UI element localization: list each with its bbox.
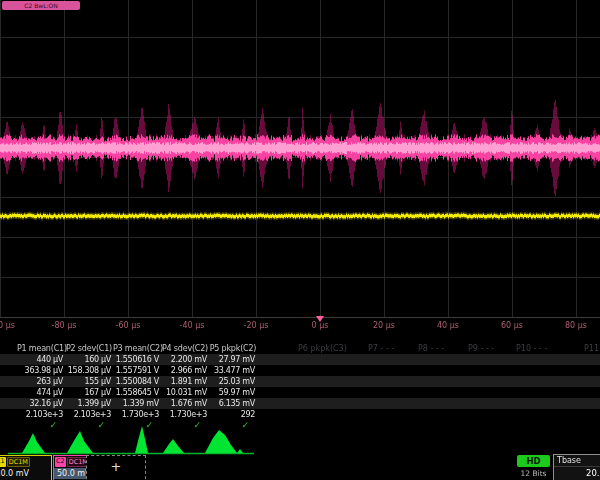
measurement-value: 2.200 mV xyxy=(161,354,209,365)
histicon-strip xyxy=(0,424,600,458)
time-axis-label: 20 µs xyxy=(373,321,395,330)
bandwidth-limit-badge: C2 BwL:ON xyxy=(2,1,80,10)
add-trace-button[interactable]: + xyxy=(86,455,146,480)
measurement-header-p11[interactable]: P11 xyxy=(584,343,599,354)
histicon-p2[interactable] xyxy=(67,431,93,453)
measurement-value: 1.557591 V xyxy=(113,365,161,376)
measure-stat-row: 2.103e+32.103e+31.730e+31.730e+3292 xyxy=(0,409,600,420)
hd-mode-badge[interactable]: HD xyxy=(517,455,550,467)
measurement-value: 167 µV xyxy=(65,387,113,398)
timebase-descriptor[interactable]: Tbase 20.0 µs/div xyxy=(553,454,600,480)
waveform-grid[interactable] xyxy=(0,0,600,322)
measurement-value: 1.550616 V xyxy=(113,354,161,365)
histicon-p1[interactable] xyxy=(22,433,45,453)
channel-descriptor-c1[interactable]: C1 DC1M 10.0 mV xyxy=(0,455,52,480)
measurement-value: 25.03 mV xyxy=(209,376,257,387)
measure-header-row: P1 mean(C1)P2 sdev(C1)P3 mean(C2)P4 sdev… xyxy=(0,343,600,354)
histicon-p5[interactable] xyxy=(205,430,243,453)
measurement-value: 2.103e+3 xyxy=(17,409,65,420)
measurement-value: 158.308 µV xyxy=(65,365,113,376)
measure-table-body: 440 µV160 µV1.550616 V2.200 mV27.97 mV36… xyxy=(0,354,600,420)
time-axis-label: 60 µs xyxy=(501,321,523,330)
time-axis: -100 µs-80 µs-60 µs-40 µs-20 µs0 µs20 µs… xyxy=(0,321,600,333)
measurement-value: 263 µV xyxy=(17,376,65,387)
oscilloscope-screen: C2 BwL:ON -100 µs-80 µs-60 µs-40 µs-20 µ… xyxy=(0,0,600,480)
time-axis-label: -80 µs xyxy=(52,321,77,330)
measurement-header-p4[interactable]: P4 sdev(C2) xyxy=(161,343,209,354)
measurement-value: 474 µV xyxy=(17,387,65,398)
measurement-value: 2.966 mV xyxy=(161,365,209,376)
measurement-value: 440 µV xyxy=(17,354,65,365)
timebase-label: Tbase xyxy=(554,455,600,467)
measure-stat-row: 32.16 µV1.399 µV1.339 mV1.676 mV6.135 mV xyxy=(0,398,600,409)
measurement-header-p1[interactable]: P1 mean(C1) xyxy=(17,343,65,354)
time-axis-label: -40 µs xyxy=(180,321,205,330)
c1-coupling-badge: DC1M xyxy=(7,457,30,467)
c2-channel-badge: C2 xyxy=(55,457,66,467)
measurement-value: 160 µV xyxy=(65,354,113,365)
measurement-header-p2[interactable]: P2 sdev(C1) xyxy=(65,343,113,354)
measurement-value: 2.103e+3 xyxy=(65,409,113,420)
measurement-header-p9[interactable]: P9 - - - xyxy=(468,343,494,354)
measurement-value: 33.477 mV xyxy=(209,365,257,376)
measurement-header-p6[interactable]: P6 pkpk(C3) xyxy=(298,343,347,354)
histicon-p4[interactable] xyxy=(163,439,184,453)
time-axis-label: 0 µs xyxy=(312,321,329,330)
measure-stat-row: 263 µV155 µV1.550084 V1.891 mV25.03 mV xyxy=(0,376,600,387)
measurement-header-p7[interactable]: P7 - - - xyxy=(368,343,394,354)
measurement-value: 1.550084 V xyxy=(113,376,161,387)
measurement-value: 10.031 mV xyxy=(161,387,209,398)
time-axis-label: 40 µs xyxy=(437,321,459,330)
measurement-value: 27.97 mV xyxy=(209,354,257,365)
c1-vertical-scale: 10.0 mV xyxy=(0,468,51,479)
timebase-value: 20.0 µs/div xyxy=(554,467,600,479)
time-axis-label: -60 µs xyxy=(116,321,141,330)
measurement-header-p3[interactable]: P3 mean(C2) xyxy=(113,343,161,354)
measure-stat-row: 440 µV160 µV1.550616 V2.200 mV27.97 mV xyxy=(0,354,600,365)
measurement-value: 32.16 µV xyxy=(17,398,65,409)
measurement-value: 1.730e+3 xyxy=(113,409,161,420)
measure-stat-row: 363.98 µV158.308 µV1.557591 V2.966 mV33.… xyxy=(0,365,600,376)
c1-badge-row: C1 DC1M xyxy=(0,456,51,468)
measurement-header-p5[interactable]: P5 pkpk(C2) xyxy=(209,343,257,354)
measurement-value: 155 µV xyxy=(65,376,113,387)
histicon-p3[interactable] xyxy=(135,426,148,453)
measurement-value: 1.558645 V xyxy=(113,387,161,398)
measurement-table: P1 mean(C1)P2 sdev(C1)P3 mean(C2)P4 sdev… xyxy=(0,343,600,431)
measurement-value: 59.97 mV xyxy=(209,387,257,398)
measurement-value: 1.730e+3 xyxy=(161,409,209,420)
measurement-value: 1.676 mV xyxy=(161,398,209,409)
measurement-header-p10[interactable]: P10 - - - xyxy=(516,343,547,354)
time-axis-label: -20 µs xyxy=(244,321,269,330)
measurement-value: 1.399 µV xyxy=(65,398,113,409)
measure-stat-row: 474 µV167 µV1.558645 V10.031 mV59.97 mV xyxy=(0,387,600,398)
time-axis-label: -100 µs xyxy=(0,321,15,330)
measurement-value: 6.135 mV xyxy=(209,398,257,409)
measurement-value: 292 xyxy=(209,409,257,420)
measurement-header-p8[interactable]: P8 - - - xyxy=(418,343,444,354)
time-axis-label: 80 µs xyxy=(565,321,587,330)
c1-channel-badge: C1 xyxy=(0,457,6,467)
measurement-value: 1.891 mV xyxy=(161,376,209,387)
hd-bits-label: 12 Bits xyxy=(513,469,554,478)
measurement-value: 1.339 mV xyxy=(113,398,161,409)
measurement-value: 363.98 µV xyxy=(17,365,65,376)
